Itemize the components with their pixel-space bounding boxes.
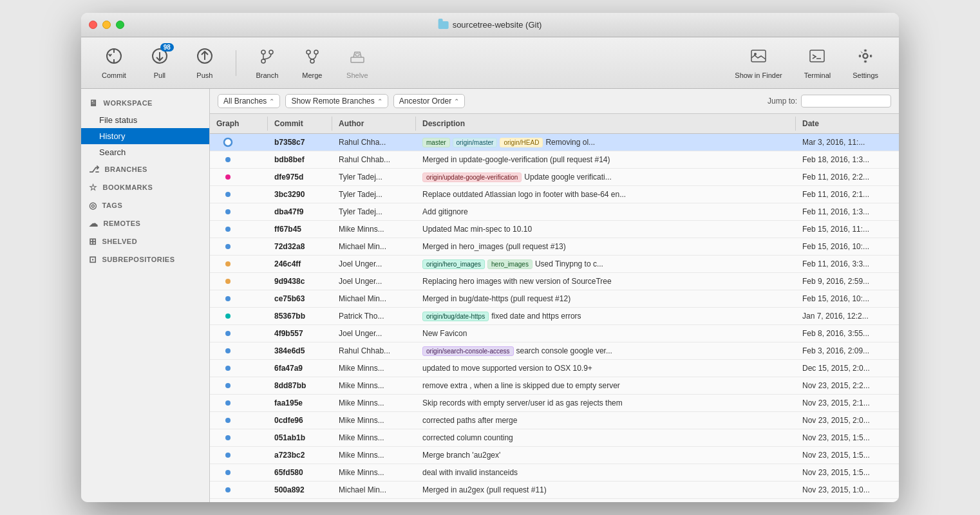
commit-description: Add gitignore: [416, 205, 796, 218]
table-row[interactable]: a723bc2Mike Minns...Merge branch 'au2gex…: [210, 447, 899, 464]
table-row[interactable]: 65fd580Mike Minns...deal with invalid in…: [210, 464, 899, 482]
terminal-button[interactable]: Terminal: [796, 42, 839, 84]
table-row[interactable]: b7358c7Rahul Chha...masterorigin/mastero…: [210, 134, 899, 151]
table-row[interactable]: 72d32a8Michael Min...Merged in hero_imag…: [210, 238, 899, 256]
table-row[interactable]: 3bc3290Tyler Tadej...Replace outdated At…: [210, 186, 899, 203]
table-row[interactable]: faa195eMike Minns...Skip records with em…: [210, 395, 899, 412]
shelve-label: Shelve: [346, 71, 368, 79]
table-row[interactable]: ff67b45Mike Minns...Updated Mac min-spec…: [210, 221, 899, 238]
commit-date: Mar 3, 2016, 11:...: [796, 136, 899, 149]
description-text: corrected column counting: [422, 433, 513, 442]
bookmarks-section[interactable]: ☆ BOOKMARKS: [81, 178, 209, 196]
table-row[interactable]: dfe975dTyler Tadej...origin/update-googl…: [210, 169, 899, 186]
sidebar-item-file-status[interactable]: File status: [81, 112, 209, 128]
pull-button[interactable]: 98 Pull: [140, 42, 179, 84]
svg-point-23: [863, 54, 867, 58]
svg-point-9: [261, 50, 265, 54]
svg-point-40: [225, 418, 231, 423]
graph-cell: [210, 342, 268, 359]
commit-description: corrected paths after merge: [416, 414, 796, 427]
all-branches-select[interactable]: All Branches ⌃: [218, 94, 280, 108]
svg-rect-20: [810, 50, 824, 62]
subrepositories-icon: ⊡: [89, 254, 97, 265]
ancestor-order-select[interactable]: Ancestor Order ⌃: [393, 94, 465, 108]
svg-point-14: [314, 50, 318, 54]
table-row[interactable]: bdb8befRahul Chhab...Merged in update-go…: [210, 151, 899, 169]
table-row[interactable]: 384e6d5Rahul Chhab...origin/search-conso…: [210, 342, 899, 360]
tags-section[interactable]: ◎ TAGS: [81, 196, 209, 214]
sidebar-item-history[interactable]: History: [81, 128, 209, 144]
show-in-finder-button[interactable]: Show in Finder: [727, 42, 789, 84]
svg-point-32: [225, 279, 231, 284]
svg-point-10: [269, 50, 273, 54]
description-text: Add gitignore: [422, 207, 468, 216]
commit-date: Feb 15, 2016, 11:...: [796, 223, 899, 236]
commit-date: Feb 11, 2016, 2:1...: [796, 188, 899, 201]
table-row[interactable]: 246c4ffJoel Unger...origin/hero_imageshe…: [210, 256, 899, 273]
header-description: Description: [416, 117, 796, 131]
push-button[interactable]: Push: [185, 42, 224, 84]
maximize-button[interactable]: [116, 21, 124, 29]
workspace-section[interactable]: 🖥 WORKSPACE: [81, 94, 209, 112]
graph-cell: [210, 325, 268, 342]
branch-button[interactable]: Branch: [248, 42, 287, 84]
graph-cell: [210, 482, 268, 498]
table-row[interactable]: ce75b63Michael Min...Merged in bug/date-…: [210, 290, 899, 308]
commit-hash: 9d9438c: [268, 275, 332, 288]
close-button[interactable]: [89, 21, 97, 29]
table-header: Graph Commit Author Description Date: [210, 114, 899, 134]
shelved-section[interactable]: ⊞ SHELVED: [81, 232, 209, 250]
push-label: Push: [196, 71, 212, 79]
commit-date: Nov 23, 2015, 1:0...: [796, 483, 899, 496]
branches-section[interactable]: ⎇ BRANCHES: [81, 160, 209, 178]
commit-description: Replacing hero images with new version o…: [416, 275, 796, 288]
table-body: b7358c7Rahul Chha...masterorigin/mastero…: [210, 134, 899, 499]
shelve-button[interactable]: Shelve: [338, 42, 377, 84]
description-text: Skip records with empty server/user id a…: [422, 398, 623, 407]
graph-cell: [210, 256, 268, 272]
description-text: Merged in au2gex (pull request #11): [422, 485, 547, 494]
remotes-section[interactable]: ☁ REMOTES: [81, 214, 209, 232]
table-row[interactable]: dba47f9Tyler Tadej...Add gitignoreFeb 11…: [210, 203, 899, 221]
description-text: deal with invalid instanceids: [422, 468, 518, 477]
sidebar-item-search[interactable]: Search: [81, 144, 209, 160]
table-row[interactable]: 0cdfe96Mike Minns...corrected paths afte…: [210, 412, 899, 429]
commit-author: Joel Unger...: [332, 275, 416, 288]
commit-description: Merge branch 'au2gex': [416, 449, 796, 462]
table-row[interactable]: 6fa47a9Mike Minns...updated to move supp…: [210, 360, 899, 377]
svg-point-42: [225, 453, 231, 458]
commit-date: Feb 15, 2016, 10:...: [796, 292, 899, 305]
table-row[interactable]: 85367bbPatrick Tho...origin/bug/date-htt…: [210, 308, 899, 325]
app-window: sourcetree-website (Git) Commit: [81, 13, 899, 502]
graph-cell: [210, 377, 268, 394]
table-row[interactable]: 500a892Michael Min...Merged in au2gex (p…: [210, 482, 899, 499]
commit-hash: 500a892: [268, 483, 332, 496]
svg-point-38: [225, 383, 231, 388]
settings-button[interactable]: Settings: [845, 42, 886, 84]
commit-date: Dec 15, 2015, 2:0...: [796, 362, 899, 375]
pull-label: Pull: [154, 71, 165, 79]
merge-button[interactable]: Merge: [293, 42, 332, 84]
table-row[interactable]: 051ab1bMike Minns... corrected column co…: [210, 429, 899, 447]
main-content: 🖥 WORKSPACE File status History Search ⎇…: [81, 89, 899, 502]
commit-description: origin/search-console-accesssearch conso…: [416, 344, 796, 358]
commit-author: Joel Unger...: [332, 327, 416, 340]
table-row[interactable]: 9d9438cJoel Unger...Replacing hero image…: [210, 273, 899, 290]
commit-description: origin/update-google-verificationUpdate …: [416, 171, 796, 184]
chevron-down-icon: ⌃: [269, 98, 274, 105]
table-row[interactable]: 4f9b557Joel Unger...New FaviconFeb 8, 20…: [210, 325, 899, 342]
commit-button[interactable]: Commit: [94, 42, 134, 84]
header-date: Date: [796, 117, 899, 131]
show-remote-branches-select[interactable]: Show Remote Branches ⌃: [285, 94, 388, 108]
branch-label: Branch: [256, 71, 278, 79]
remotes-label: REMOTES: [104, 220, 141, 227]
minimize-button[interactable]: [102, 21, 111, 29]
commit-hash: a723bc2: [268, 449, 332, 462]
header-graph: Graph: [210, 117, 268, 131]
jump-to-input[interactable]: [801, 95, 891, 108]
commit-hash: 6fa47a9: [268, 362, 332, 375]
commit-author: Patrick Tho...: [332, 310, 416, 323]
graph-cell: [210, 151, 268, 168]
table-row[interactable]: 8dd87bbMike Minns...remove extra , when …: [210, 377, 899, 395]
subrepositories-section[interactable]: ⊡ SUBREPOSITORIES: [81, 250, 209, 268]
